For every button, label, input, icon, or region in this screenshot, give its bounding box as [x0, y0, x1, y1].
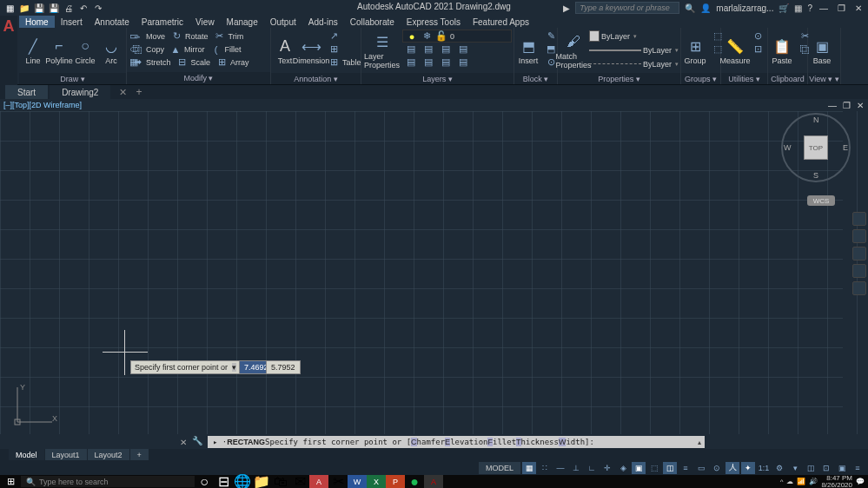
- store-icon[interactable]: 🛍: [271, 475, 290, 488]
- status-osnap[interactable]: ▣: [632, 462, 646, 474]
- word-icon[interactable]: W: [348, 475, 367, 488]
- status-3d[interactable]: ⬚: [647, 462, 661, 474]
- color-dropdown[interactable]: ByLayer▾: [589, 30, 679, 43]
- move-tool[interactable]: ↔Move: [129, 30, 168, 43]
- menu-manage[interactable]: Manage: [221, 16, 264, 28]
- line-tool[interactable]: ╱Line: [21, 30, 45, 71]
- menu-express-tools[interactable]: Express Tools: [401, 16, 467, 28]
- status-tr[interactable]: ≡: [679, 462, 692, 474]
- panel-title-modify[interactable]: Modify ▾: [127, 72, 270, 84]
- status-annosc[interactable]: ✦: [741, 462, 755, 474]
- saveas-icon[interactable]: 💾: [48, 2, 60, 14]
- undo-icon[interactable]: ↶: [77, 2, 89, 14]
- status-lwt[interactable]: ◫: [663, 462, 677, 474]
- autocad-icon[interactable]: A: [309, 475, 328, 488]
- new-icon[interactable]: ▦: [3, 2, 16, 14]
- redo-icon[interactable]: ↷: [92, 2, 104, 14]
- trim-tool[interactable]: ✂Trim: [211, 30, 247, 43]
- cart-icon[interactable]: 🛒: [779, 3, 789, 13]
- menu-annotate[interactable]: Annotate: [89, 16, 136, 28]
- block-a[interactable]: ✎: [542, 30, 560, 43]
- chrome-icon[interactable]: 🌐: [233, 475, 252, 488]
- status-gear[interactable]: ⚙: [772, 462, 786, 474]
- status-dyn[interactable]: ⊥: [569, 462, 583, 474]
- spotify-icon[interactable]: ●: [405, 475, 424, 488]
- paste-tool[interactable]: 📋Paste: [770, 30, 794, 71]
- scale-tool[interactable]: ⊟Scale: [174, 56, 214, 69]
- status-polar[interactable]: ✛: [600, 462, 614, 474]
- windows-search[interactable]: 🔍Type here to search: [21, 476, 195, 487]
- lineweight-dropdown[interactable]: ByLayer▾: [589, 43, 679, 56]
- polyline-tool[interactable]: ⌐Polyline: [47, 30, 71, 71]
- tab-add-icon[interactable]: +: [129, 86, 149, 98]
- panel-title-props[interactable]: Properties ▾: [558, 73, 680, 84]
- menu-view[interactable]: View: [189, 16, 221, 28]
- nav-showmotion[interactable]: [852, 281, 866, 295]
- tray-cloud-icon[interactable]: ☁: [786, 478, 793, 485]
- matchprops-tool[interactable]: 🖌Match Properties: [560, 30, 587, 71]
- drawing-canvas[interactable]: Specify first corner point or ▾ 7.4692 5…: [0, 111, 843, 434]
- tray-notifications-icon[interactable]: 💬: [856, 478, 865, 485]
- vp-minimize[interactable]: —: [826, 99, 838, 111]
- panel-title-annotation[interactable]: Annotation ▾: [271, 73, 361, 84]
- layer-a[interactable]: ▤: [402, 43, 420, 56]
- search-icon[interactable]: 🔍: [685, 3, 695, 13]
- vp-close[interactable]: ✕: [854, 99, 866, 111]
- command-input[interactable]: ▸ · RECTANG Specify first corner point o…: [208, 436, 694, 448]
- array-tool[interactable]: ⊞Array: [213, 56, 252, 69]
- stretch-tool[interactable]: ⬌Stretch: [129, 56, 174, 69]
- status-iso[interactable]: ◈: [616, 462, 630, 474]
- mirror-tool[interactable]: ▲Mirror: [167, 43, 208, 56]
- layout-model[interactable]: Model: [9, 449, 44, 460]
- menu-home[interactable]: Home: [19, 16, 55, 28]
- menu-add-ins[interactable]: Add-ins: [302, 16, 344, 28]
- layer-f[interactable]: ▤: [420, 56, 437, 69]
- tab-drawing2[interactable]: Drawing2: [50, 85, 110, 99]
- plot-icon[interactable]: 🖨: [63, 2, 75, 14]
- layer-props-tool[interactable]: ☰Layer Properties: [363, 30, 401, 71]
- layer-h[interactable]: ▤: [454, 56, 472, 69]
- panel-title-block[interactable]: Block ▾: [514, 73, 557, 84]
- nav-orbit[interactable]: [852, 264, 866, 278]
- fillet-tool[interactable]: (Fillet: [208, 43, 244, 56]
- status-menu[interactable]: ≡: [851, 462, 865, 474]
- status-clean[interactable]: ▣: [835, 462, 849, 474]
- layout2[interactable]: Layout2: [88, 449, 129, 460]
- cmdline-config-icon[interactable]: 🔧: [192, 436, 204, 448]
- cmdline-history-icon[interactable]: ▴: [694, 436, 705, 448]
- measure-tool[interactable]: 📏Measure: [723, 30, 747, 71]
- status-cust[interactable]: ▾: [788, 462, 802, 474]
- layer-d[interactable]: ▤: [454, 43, 472, 56]
- start-button[interactable]: ⊞: [0, 475, 21, 488]
- nav-wheel[interactable]: [852, 212, 866, 226]
- restore-button[interactable]: ❐: [835, 2, 847, 14]
- cmdline-close-icon[interactable]: ✕: [178, 437, 189, 447]
- linetype-dropdown[interactable]: ByLayer▾: [589, 57, 679, 70]
- status-hw[interactable]: ⊡: [819, 462, 833, 474]
- menu-parametric[interactable]: Parametric: [136, 16, 189, 28]
- panel-title-groups[interactable]: Groups ▾: [681, 73, 720, 84]
- wcs-badge[interactable]: WCS: [807, 195, 835, 206]
- layer-c[interactable]: ▤: [437, 43, 454, 56]
- panel-title-view[interactable]: View ▾ ▾: [808, 73, 840, 84]
- cortana-icon[interactable]: ○: [195, 475, 214, 488]
- circle-tool[interactable]: ○Circle: [73, 30, 97, 71]
- vp-restore[interactable]: ❐: [840, 99, 852, 111]
- dimension-tool[interactable]: ⟷Dimension: [299, 30, 323, 71]
- excel-icon[interactable]: X: [367, 475, 386, 488]
- tab-start[interactable]: Start: [5, 85, 48, 99]
- coord-y[interactable]: 5.7952: [266, 360, 301, 374]
- tray-sound-icon[interactable]: 🔊: [809, 478, 818, 485]
- group-tool[interactable]: ⊞Group: [683, 30, 707, 71]
- layout-add[interactable]: +: [130, 449, 149, 460]
- util-a[interactable]: ⊙: [749, 30, 766, 43]
- layer-dropdown[interactable]: ●❄🔓0: [402, 30, 512, 43]
- explorer-icon[interactable]: 📁: [252, 475, 271, 488]
- menu-featured-apps[interactable]: Featured Apps: [467, 16, 535, 28]
- panel-title-layers[interactable]: Layers ▾: [361, 73, 514, 84]
- help-search[interactable]: Type a keyword or phrase: [575, 2, 679, 14]
- base-tool[interactable]: ▣Base: [810, 30, 834, 71]
- rotate-tool[interactable]: ↻Rotate: [168, 30, 211, 43]
- app-icon[interactable]: ▦: [794, 3, 802, 13]
- model-badge[interactable]: MODEL: [479, 462, 520, 474]
